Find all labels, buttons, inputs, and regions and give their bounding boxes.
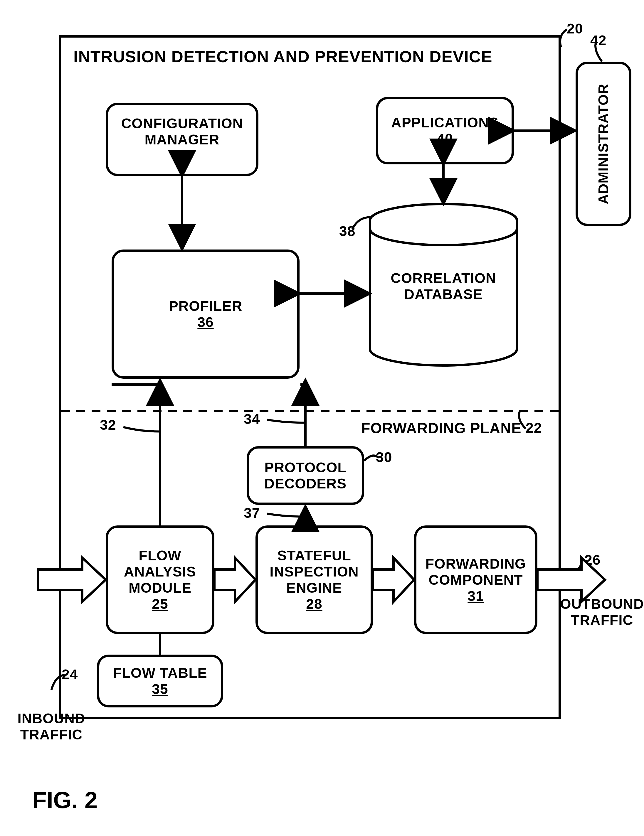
ref-42: 42 (590, 32, 606, 49)
ref-22: 22 (526, 420, 542, 436)
ref-24: 24 (62, 666, 78, 683)
administrator-node: ADMINISTRATOR (575, 62, 631, 226)
ref-38: 38 (339, 223, 355, 239)
flow-analysis-label: FLOW ANALYSIS MODULE (124, 547, 196, 596)
device-title: INTRUSION DETECTION AND PREVENTION DEVIC… (74, 47, 492, 66)
ref-20: 20 (567, 21, 583, 37)
ref-32: 32 (100, 417, 116, 433)
ref-26: 26 (584, 552, 600, 568)
forwarding-component-label: FORWARDING COMPONENT (425, 556, 526, 588)
flow-table-node: FLOW TABLE 35 (97, 655, 223, 707)
ref-37: 37 (244, 505, 260, 521)
flow-analysis-node: FLOW ANALYSIS MODULE 25 (106, 526, 214, 634)
ref-30: 30 (376, 449, 392, 465)
flow-analysis-num: 25 (152, 596, 168, 612)
inbound-label: INBOUND TRAFFIC (13, 710, 90, 743)
protocol-decoders-node: PROTOCOL DECODERS (247, 446, 364, 505)
applications-label: APPLICATIONS (391, 114, 499, 131)
stateful-engine-label: STATEFUL INSPECTION ENGINE (270, 547, 358, 596)
forwarding-component-num: 31 (467, 588, 484, 604)
config-manager-node: CONFIGURATION MANAGER 44 (106, 103, 258, 176)
stateful-engine-node: STATEFUL INSPECTION ENGINE 28 (255, 526, 373, 634)
figure-label: FIG. 2 (32, 787, 98, 814)
config-manager-label: CONFIGURATION MANAGER (121, 115, 243, 148)
forwarding-component-node: FORWARDING COMPONENT 31 (414, 526, 538, 634)
applications-node: APPLICATIONS 40 (376, 97, 514, 164)
flow-table-label: FLOW TABLE (113, 665, 207, 681)
profiler-num: 36 (197, 314, 214, 330)
administrator-label: ADMINISTRATOR (595, 83, 612, 204)
ref-34: 34 (244, 411, 260, 427)
applications-num: 40 (437, 131, 453, 147)
forwarding-plane-label: FORWARDING PLANE (361, 420, 521, 437)
profiler-node: PROFILER 36 (111, 250, 299, 379)
flow-table-num: 35 (152, 681, 168, 697)
outbound-label: OUTBOUND TRAFFIC (558, 596, 644, 628)
stateful-engine-num: 28 (306, 596, 322, 612)
profiler-label: PROFILER (169, 298, 243, 314)
protocol-decoders-label: PROTOCOL DECODERS (264, 459, 347, 491)
correlation-db-label: CORRELATION DATABASE (385, 270, 502, 302)
config-manager-num: 44 (174, 148, 190, 164)
